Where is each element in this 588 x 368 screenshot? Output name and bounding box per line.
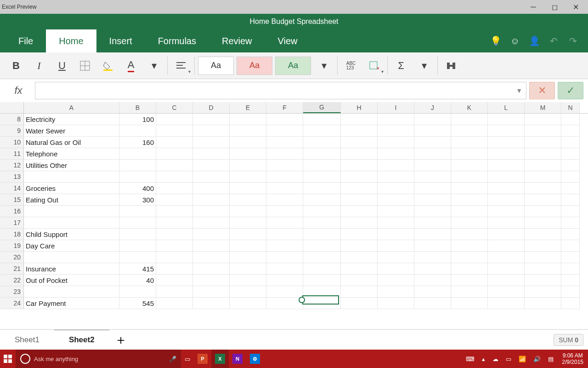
- cell-J19[interactable]: [414, 240, 451, 252]
- cell-J11[interactable]: [414, 148, 451, 160]
- cell-K23[interactable]: [451, 286, 488, 298]
- cell-D21[interactable]: [193, 263, 230, 275]
- cell-M9[interactable]: [525, 125, 561, 137]
- cell-C21[interactable]: [156, 263, 193, 275]
- cell-D13[interactable]: [193, 171, 230, 183]
- cell-F10[interactable]: [266, 137, 303, 148]
- cell-A15[interactable]: Eating Out: [24, 194, 119, 206]
- cell-M13[interactable]: [525, 171, 561, 183]
- tray-battery-icon[interactable]: ▭: [502, 350, 515, 368]
- row-header-21[interactable]: 21: [0, 263, 24, 275]
- cell-I9[interactable]: [378, 125, 414, 137]
- tab-view[interactable]: View: [265, 29, 311, 52]
- cell-F20[interactable]: [266, 252, 303, 263]
- column-header-F[interactable]: F: [266, 102, 303, 113]
- cell-M12[interactable]: [525, 160, 561, 171]
- cell-N18[interactable]: [561, 229, 580, 240]
- row-header-22[interactable]: 22: [0, 275, 24, 286]
- cell-C20[interactable]: [156, 252, 193, 263]
- undo-icon[interactable]: ↶: [544, 29, 563, 52]
- cell-A20[interactable]: [24, 252, 119, 263]
- cell-L20[interactable]: [488, 252, 525, 263]
- cell-A17[interactable]: [24, 217, 119, 229]
- tab-insert[interactable]: Insert: [96, 29, 145, 52]
- cell-I20[interactable]: [378, 252, 414, 263]
- cell-H16[interactable]: [341, 206, 378, 217]
- cell-C24[interactable]: [156, 298, 193, 309]
- cell-H12[interactable]: [341, 160, 378, 171]
- cell-D24[interactable]: [193, 298, 230, 309]
- cell-M8[interactable]: [525, 114, 561, 125]
- cell-A19[interactable]: Day Care: [24, 240, 119, 252]
- cell-L19[interactable]: [488, 240, 525, 252]
- cell-M17[interactable]: [525, 217, 561, 229]
- underline-button[interactable]: U: [51, 55, 74, 77]
- cell-I15[interactable]: [378, 194, 414, 206]
- cell-K19[interactable]: [451, 240, 488, 252]
- cell-H15[interactable]: [341, 194, 378, 206]
- cell-E14[interactable]: [230, 183, 266, 194]
- cell-G8[interactable]: [303, 114, 341, 125]
- cell-G15[interactable]: [303, 194, 341, 206]
- cell-L12[interactable]: [488, 160, 525, 171]
- cell-M18[interactable]: [525, 229, 561, 240]
- cell-N10[interactable]: [561, 137, 580, 148]
- cell-E22[interactable]: [230, 275, 266, 286]
- cell-N15[interactable]: [561, 194, 580, 206]
- cell-N23[interactable]: [561, 286, 580, 298]
- cell-D23[interactable]: [193, 286, 230, 298]
- formula-input[interactable]: ▼: [35, 82, 526, 99]
- taskbar-app-excel[interactable]: X: [211, 350, 229, 368]
- cell-D9[interactable]: [193, 125, 230, 137]
- tray-network-icon[interactable]: 📶: [515, 350, 530, 368]
- column-header-C[interactable]: C: [156, 102, 193, 113]
- cell-L17[interactable]: [488, 217, 525, 229]
- cell-K16[interactable]: [451, 206, 488, 217]
- cell-N20[interactable]: [561, 252, 580, 263]
- column-header-J[interactable]: J: [414, 102, 451, 113]
- cell-K13[interactable]: [451, 171, 488, 183]
- cell-B19[interactable]: [119, 240, 156, 252]
- tray-volume-icon[interactable]: 🔊: [530, 350, 544, 368]
- cell-H9[interactable]: [341, 125, 378, 137]
- cell-J15[interactable]: [414, 194, 451, 206]
- cell-N17[interactable]: [561, 217, 580, 229]
- cell-I10[interactable]: [378, 137, 414, 148]
- cell-G11[interactable]: [303, 148, 341, 160]
- cell-B17[interactable]: [119, 217, 156, 229]
- cell-M24[interactable]: [525, 298, 561, 309]
- cell-M20[interactable]: [525, 252, 561, 263]
- cell-J22[interactable]: [414, 275, 451, 286]
- cell-D18[interactable]: [193, 229, 230, 240]
- cell-G22[interactable]: [303, 275, 341, 286]
- cell-A12[interactable]: Utilities Other: [24, 160, 119, 171]
- formula-accept-button[interactable]: ✓: [558, 82, 583, 99]
- bold-button[interactable]: B: [5, 55, 28, 77]
- cell-C9[interactable]: [156, 125, 193, 137]
- cell-C22[interactable]: [156, 275, 193, 286]
- cell-F14[interactable]: [266, 183, 303, 194]
- cell-B20[interactable]: [119, 252, 156, 263]
- cell-K14[interactable]: [451, 183, 488, 194]
- cell-N21[interactable]: [561, 263, 580, 275]
- cell-J8[interactable]: [414, 114, 451, 125]
- sort-filter-dropdown[interactable]: ▾: [413, 55, 435, 77]
- cell-D15[interactable]: [193, 194, 230, 206]
- cell-K24[interactable]: [451, 298, 488, 309]
- row-header-24[interactable]: 24: [0, 298, 24, 309]
- cell-M10[interactable]: [525, 137, 561, 148]
- cell-H18[interactable]: [341, 229, 378, 240]
- cell-K20[interactable]: [451, 252, 488, 263]
- maximize-button[interactable]: ◻: [544, 0, 565, 14]
- cell-D19[interactable]: [193, 240, 230, 252]
- row-header-20[interactable]: 20: [0, 252, 24, 263]
- cell-L11[interactable]: [488, 148, 525, 160]
- cell-J9[interactable]: [414, 125, 451, 137]
- cell-K8[interactable]: [451, 114, 488, 125]
- cell-E20[interactable]: [230, 252, 266, 263]
- row-header-8[interactable]: 8: [0, 114, 24, 125]
- smiley-icon[interactable]: ☺: [505, 29, 525, 52]
- row-header-12[interactable]: 12: [0, 160, 24, 171]
- cell-K10[interactable]: [451, 137, 488, 148]
- minimize-button[interactable]: ─: [523, 0, 544, 14]
